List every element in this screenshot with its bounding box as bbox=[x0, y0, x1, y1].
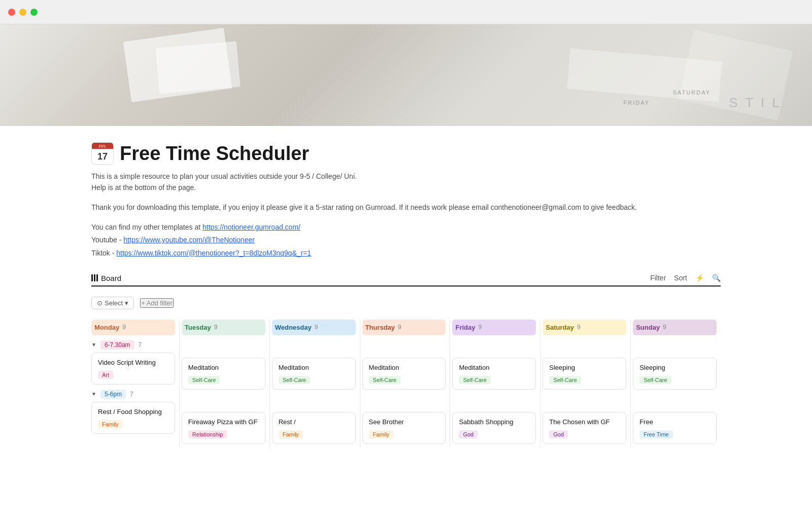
card-title: Sleeping bbox=[639, 363, 710, 372]
time-group-arrow[interactable]: ▼ bbox=[91, 391, 96, 397]
hero-text-saturday: SATURDAY bbox=[673, 89, 710, 96]
youtube-prefix: Youtube - bbox=[91, 236, 123, 244]
card[interactable]: Video Script WritingArt bbox=[91, 353, 175, 385]
youtube-link[interactable]: https://www.youtube.com/@TheNotioneer bbox=[123, 236, 255, 244]
col-header-friday[interactable]: Friday9 bbox=[452, 320, 536, 335]
col-count: 9 bbox=[663, 324, 666, 331]
card-tag: Self-Care bbox=[639, 376, 671, 384]
card[interactable]: MeditationSelf-Care bbox=[182, 358, 265, 390]
card[interactable]: MeditationSelf-Care bbox=[272, 358, 356, 390]
maximize-button[interactable] bbox=[30, 9, 38, 16]
card-title: Meditation bbox=[279, 363, 349, 372]
card-title: Sleeping bbox=[549, 363, 620, 372]
col-count: 9 bbox=[122, 324, 126, 331]
card-title: Meditation bbox=[369, 363, 439, 372]
board-column-sunday: Sunday9SleepingSelf-CareFreeFree Time bbox=[631, 320, 721, 448]
board-columns: Monday9▼6-7.30am7Video Script WritingArt… bbox=[91, 320, 721, 448]
col-count: 9 bbox=[577, 324, 581, 331]
add-filter-label: + Add filter bbox=[141, 299, 173, 307]
col-header-tuesday[interactable]: Tuesday9 bbox=[182, 320, 265, 335]
add-filter-button[interactable]: + Add filter bbox=[140, 298, 174, 308]
card-tag: God bbox=[459, 430, 478, 438]
col-header-monday[interactable]: Monday9 bbox=[91, 320, 175, 335]
chevron-down-icon: ▾ bbox=[125, 299, 128, 307]
select-button[interactable]: ⊙ Select ▾ bbox=[91, 297, 134, 309]
minimize-button[interactable] bbox=[19, 9, 26, 16]
col-count: 9 bbox=[398, 324, 401, 331]
filter-row: ⊙ Select ▾ + Add filter bbox=[91, 297, 721, 309]
card[interactable]: Sabbath ShoppingGod bbox=[452, 412, 536, 444]
card[interactable]: Rest /Family bbox=[272, 412, 356, 444]
col-day-label: Sunday bbox=[636, 324, 660, 331]
board-icon bbox=[91, 274, 98, 281]
thank-you-text: Thank you for downloading this template,… bbox=[91, 202, 721, 213]
calendar-icon: JUL 17 bbox=[91, 142, 114, 165]
col-day-label: Saturday bbox=[546, 324, 574, 331]
card-title: Rest / bbox=[279, 418, 349, 427]
card-title: Sabbath Shopping bbox=[459, 418, 529, 427]
board-column-wednesday: Wednesday9MeditationSelf-CareRest /Famil… bbox=[270, 320, 360, 448]
gumroad-link[interactable]: https://notioneer.gumroad.com/ bbox=[202, 223, 300, 231]
col-header-thursday[interactable]: Thursday9 bbox=[362, 320, 446, 335]
col-count: 9 bbox=[315, 324, 318, 331]
card-tag: Family bbox=[369, 430, 393, 438]
tiktok-link[interactable]: https://www.tiktok.com/@thenotioneer?_t=… bbox=[116, 249, 311, 257]
links-section: You can find my other templates at https… bbox=[91, 221, 721, 260]
card-tag: Art bbox=[98, 371, 113, 379]
time-group-arrow[interactable]: ▼ bbox=[91, 342, 96, 347]
sort-button[interactable]: Sort bbox=[674, 274, 687, 282]
time-badge-morning: 6-7.30am bbox=[100, 340, 134, 350]
select-circle-icon: ⊙ bbox=[97, 299, 103, 307]
card[interactable]: SleepingSelf-Care bbox=[633, 358, 717, 390]
board-column-saturday: Saturday9SleepingSelf-CareThe Chosen wit… bbox=[540, 320, 631, 448]
search-icon[interactable]: 🔍 bbox=[712, 274, 721, 282]
card-tag: Self-Care bbox=[279, 376, 310, 384]
select-label: Select bbox=[105, 299, 123, 307]
card-title: Fireaway Pizza with GF bbox=[188, 418, 259, 427]
lightning-icon[interactable]: ⚡ bbox=[695, 274, 704, 282]
card[interactable]: The Chosen with GFGod bbox=[543, 412, 626, 444]
board-label: Board bbox=[101, 274, 121, 282]
board-column-monday: Monday9▼6-7.30am7Video Script WritingArt… bbox=[91, 320, 180, 448]
card-title: Meditation bbox=[188, 363, 259, 372]
card[interactable]: SleepingSelf-Care bbox=[543, 358, 626, 390]
board-column-friday: Friday9MeditationSelf-CareSabbath Shoppi… bbox=[450, 320, 540, 448]
col-header-saturday[interactable]: Saturday9 bbox=[543, 320, 626, 335]
card-tag: Family bbox=[98, 420, 122, 428]
card-tag: Self-Care bbox=[188, 376, 220, 384]
card-tag: Self-Care bbox=[369, 376, 400, 384]
card-title: Free bbox=[639, 418, 710, 427]
time-badge-evening: 5-6pm bbox=[100, 390, 126, 399]
time-group-evening: ▼5-6pm7 bbox=[91, 390, 175, 399]
col-count: 9 bbox=[214, 324, 218, 331]
card[interactable]: See BrotherFamily bbox=[362, 412, 446, 444]
col-count: 9 bbox=[478, 324, 482, 331]
card-title: Meditation bbox=[459, 363, 529, 372]
hero-banner: FRIDAY SATURDAY S T I L bbox=[0, 24, 812, 126]
description-text: This is a simple resource to plan your u… bbox=[91, 171, 721, 194]
main-content: JUL 17 Free Time Scheduler This is a sim… bbox=[51, 126, 761, 468]
col-day-label: Wednesday bbox=[275, 324, 312, 331]
filter-button[interactable]: Filter bbox=[650, 274, 666, 282]
card[interactable]: Fireaway Pizza with GFRelationship bbox=[182, 412, 265, 444]
toolbar-right: Filter Sort ⚡ 🔍 bbox=[650, 274, 721, 282]
col-header-wednesday[interactable]: Wednesday9 bbox=[272, 320, 356, 335]
time-group-morning: ▼6-7.30am7 bbox=[91, 340, 175, 350]
board-tab[interactable]: Board bbox=[91, 274, 121, 282]
time-group-count-evening: 7 bbox=[130, 391, 133, 398]
col-day-label: Friday bbox=[455, 324, 475, 331]
page-title-row: JUL 17 Free Time Scheduler bbox=[91, 142, 721, 165]
card[interactable]: FreeFree Time bbox=[633, 412, 717, 444]
card-title: See Brother bbox=[369, 418, 439, 427]
card-title: The Chosen with GF bbox=[549, 418, 620, 427]
card-tag: Family bbox=[279, 430, 303, 438]
hero-brand-text: S T I L bbox=[729, 95, 782, 111]
col-header-sunday[interactable]: Sunday9 bbox=[633, 320, 717, 335]
card-title: Rest / Food Shopping bbox=[98, 407, 168, 417]
tiktok-prefix: Tiktok - bbox=[91, 249, 116, 257]
card[interactable]: MeditationSelf-Care bbox=[362, 358, 446, 390]
card[interactable]: MeditationSelf-Care bbox=[452, 358, 536, 390]
card[interactable]: Rest / Food ShoppingFamily bbox=[91, 402, 175, 434]
card-tag: Free Time bbox=[639, 430, 673, 438]
close-button[interactable] bbox=[8, 9, 15, 16]
